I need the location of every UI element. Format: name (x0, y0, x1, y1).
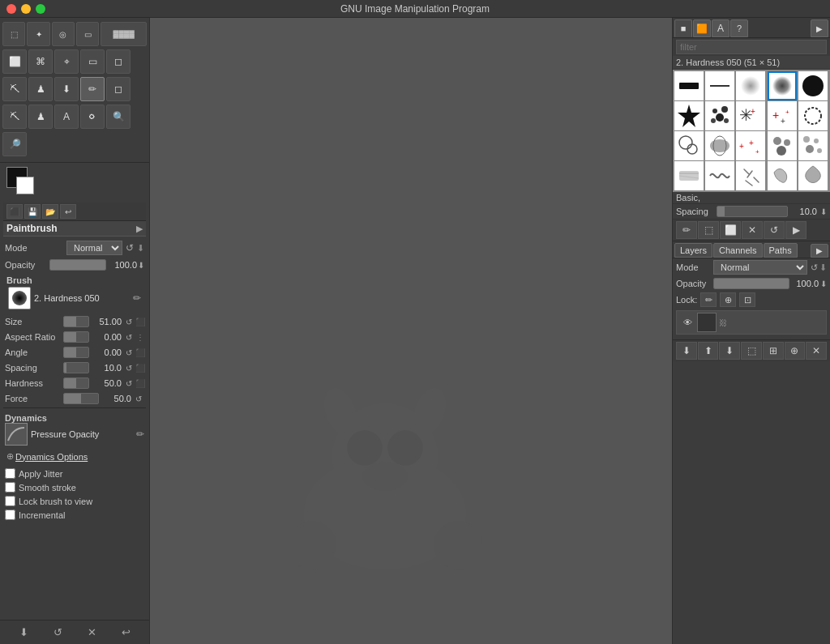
tool-fuzzy-select[interactable]: ⌖ (54, 49, 79, 74)
tool-zoom[interactable]: ◎ (52, 22, 75, 46)
size-reset-icon[interactable]: ↺ (123, 316, 135, 327)
tool-rect-select[interactable]: ⬜ (2, 49, 27, 74)
brush-item[interactable] (705, 71, 734, 100)
tool-dodge-burn[interactable]: ⭘ (80, 104, 105, 129)
tool-lasso[interactable]: ⌘ (28, 49, 53, 74)
brush-item[interactable] (674, 131, 704, 160)
tool-extras[interactable]: ▓▓▓▓ (101, 22, 147, 46)
tool-magnify[interactable]: 🔎 (2, 132, 27, 156)
tool-eraser[interactable]: ◻ (106, 49, 130, 74)
force-reset-icon[interactable]: ↺ (133, 393, 144, 404)
brush-item[interactable] (674, 161, 704, 190)
duplicate-layer-btn[interactable]: ⬚ (741, 342, 762, 360)
tab-config[interactable]: ▶ (811, 19, 828, 37)
brush-item[interactable] (768, 131, 797, 160)
tool-bucket-fill[interactable]: ⛏ (2, 104, 27, 129)
dynamics-options-label[interactable]: Dynamics Options (15, 452, 88, 462)
layers-mode-reset-icon[interactable]: ↺ (811, 262, 818, 273)
anchor-layer-btn[interactable]: ⊕ (785, 342, 806, 360)
tab-channels[interactable]: Channels (713, 243, 762, 258)
tab-brushes[interactable]: ■ (674, 19, 692, 37)
brush-edit-icon[interactable]: ✏ (133, 292, 141, 304)
brush-item[interactable] (674, 71, 704, 100)
tab-fonts[interactable]: A (712, 19, 729, 37)
layers-config-btn[interactable]: ▶ (811, 244, 828, 258)
tab-help[interactable]: ? (730, 19, 748, 37)
panel-collapse-icon[interactable]: ▶ (136, 224, 143, 234)
brush-item[interactable] (798, 71, 828, 100)
spacing-arrow-icon[interactable]: ⬇ (820, 207, 827, 216)
brush-more-btn[interactable]: ▶ (785, 221, 806, 239)
hardness-slider[interactable] (63, 377, 89, 389)
delete-layer-btn[interactable]: ✕ (806, 342, 827, 360)
angle-slider[interactable] (63, 347, 89, 358)
canvas-area[interactable] (150, 18, 672, 644)
brush-filter-input[interactable] (676, 40, 827, 54)
aspect-ratio-reset-icon[interactable]: ↺ (123, 331, 135, 343)
dynamics-edit-icon[interactable]: ✏ (136, 429, 144, 440)
restore-defaults-btn[interactable]: ↺ (49, 625, 66, 641)
tool-color-picker[interactable]: 🔍 (106, 104, 130, 129)
tool-clone[interactable]: ⛏ (2, 77, 27, 101)
minimize-button[interactable] (21, 4, 31, 14)
brush-duplicate-btn[interactable]: ⬚ (698, 221, 719, 239)
brush-item[interactable] (768, 161, 797, 190)
incremental-checkbox[interactable] (5, 510, 15, 520)
brush-item[interactable]: ✳ + (736, 101, 765, 130)
merge-layer-btn[interactable]: ⊞ (763, 342, 784, 360)
brush-preview[interactable] (8, 287, 31, 309)
brush-item[interactable] (736, 161, 765, 190)
tool-move[interactable]: ✦ (27, 22, 49, 46)
tool-ink[interactable]: A (54, 104, 79, 129)
tool-heal[interactable]: ♟ (28, 77, 53, 101)
layers-opacity-slider[interactable] (713, 278, 789, 289)
tool-shear[interactable]: ▭ (76, 22, 99, 46)
tool-opt-open-btn[interactable]: 📂 (42, 204, 58, 219)
force-slider[interactable] (63, 393, 99, 404)
brush-item[interactable]: + + + (768, 101, 797, 130)
tab-layers[interactable]: Layers (674, 243, 712, 258)
dynamics-preview[interactable] (5, 423, 28, 446)
tool-select[interactable]: ⬚ (2, 22, 25, 46)
save-tool-preset-btn[interactable]: ⬇ (15, 625, 32, 641)
brush-copy-btn[interactable]: ⬜ (720, 221, 741, 239)
opacity-slider[interactable] (49, 259, 106, 271)
tool-opt-save-btn[interactable]: 💾 (24, 204, 41, 219)
tool-blend[interactable]: ♟ (28, 104, 53, 129)
spacing-slider-tool[interactable] (63, 362, 89, 373)
mode-reset-icon[interactable]: ↺ (126, 242, 134, 254)
background-color[interactable] (16, 177, 34, 194)
tool-paintbrush[interactable]: ✏ (80, 77, 105, 101)
spacing-reset-icon[interactable]: ↺ (123, 362, 135, 373)
mode-select[interactable]: Normal (66, 241, 122, 255)
close-tool-options-btn[interactable]: ↩ (118, 625, 134, 641)
tool-crop[interactable]: ▭ (80, 49, 105, 74)
brush-item[interactable] (736, 71, 765, 100)
layer-visibility-btn[interactable]: 👁 (680, 315, 695, 330)
tab-paths[interactable]: Paths (764, 243, 798, 258)
layers-mode-select[interactable]: Normal (713, 260, 807, 275)
angle-reset-icon[interactable]: ↺ (123, 347, 135, 358)
tab-patterns[interactable]: 🟧 (693, 19, 711, 37)
brush-item-selected[interactable] (768, 71, 797, 100)
brush-item[interactable] (705, 131, 734, 160)
lock-brush-checkbox[interactable] (5, 496, 15, 506)
tool-airbrush[interactable]: ◻ (106, 77, 130, 101)
apply-jitter-checkbox[interactable] (5, 468, 15, 479)
brush-delete-btn[interactable]: ✕ (742, 221, 763, 239)
hardness-reset-icon[interactable]: ↺ (123, 377, 135, 389)
brush-item[interactable] (798, 161, 828, 190)
close-button[interactable] (6, 4, 16, 14)
raise-layer-btn[interactable]: ⬆ (698, 342, 719, 360)
tool-opt-close-btn[interactable]: ↩ (60, 204, 76, 219)
aspect-ratio-slider[interactable] (63, 331, 89, 343)
brush-item[interactable] (798, 131, 828, 160)
brush-item[interactable] (674, 101, 704, 130)
size-slider[interactable] (63, 316, 89, 327)
delete-tool-preset-btn[interactable]: ✕ (83, 625, 100, 641)
new-layer-btn[interactable]: ⬇ (676, 342, 697, 360)
brush-item[interactable] (798, 101, 828, 130)
tool-perspective[interactable]: ⬇ (54, 77, 79, 101)
tool-opt-restore-btn[interactable]: ⬛ (6, 204, 23, 219)
opacity-arrow-icon[interactable]: ⬇ (138, 261, 144, 270)
